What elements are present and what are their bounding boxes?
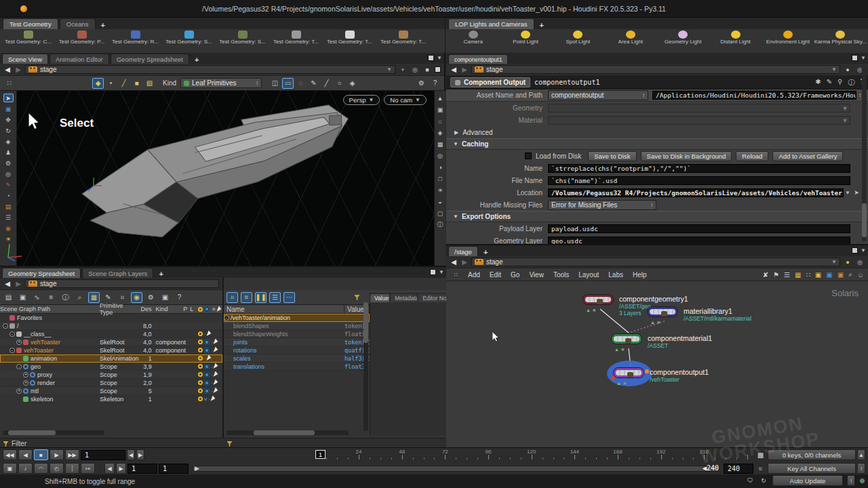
grid-snap-icon[interactable]: ▦ [795, 271, 801, 279]
node-info-icon[interactable]: ⓘ [848, 78, 854, 87]
shelf-tool-test-geometry-c[interactable]: Test Geometry: C... [1, 30, 55, 45]
pane-add-tab[interactable]: + [191, 56, 203, 64]
pose-tool-icon[interactable]: ♟ [3, 148, 14, 157]
pane-maximize-icon[interactable] [428, 55, 434, 61]
caching-section-header[interactable]: ▼Caching [446, 138, 868, 150]
spreadsheet-filter-funnel-icon[interactable] [354, 295, 360, 300]
net-back-icon[interactable]: ◀ [450, 258, 458, 266]
frame-ruler[interactable]: 1 24487296120144168192216 [317, 449, 751, 461]
network-path-field[interactable]: stage ▼ [471, 258, 840, 266]
lighting-icon[interactable]: ☀ [435, 186, 446, 195]
tick-display-button[interactable]: ┆ [65, 463, 79, 474]
tree-row-animation[interactable]: animationSkelAnimation1· [0, 354, 222, 363]
advanced-row[interactable]: ▶Advanced [446, 126, 868, 138]
menu-layout[interactable]: Layout [574, 270, 604, 280]
shadows-icon[interactable]: ◒ [435, 197, 446, 206]
save-to-disk-button[interactable]: Save to Disk [588, 151, 636, 161]
sliders-icon[interactable]: ≡ [45, 292, 57, 303]
tree-row-proxy[interactable]: +proxyScope1,9· [0, 371, 222, 379]
camera-icon[interactable]: ▣ [159, 292, 171, 303]
menu-add[interactable]: Add [463, 270, 485, 280]
params-forward-icon[interactable]: ▶ [460, 66, 469, 73]
file-chooser-icon[interactable]: ➤ [852, 188, 861, 197]
shelf-tool-test-geometry-t[interactable]: Test Geometry: T... [323, 30, 376, 45]
node-body[interactable] [583, 295, 613, 304]
shelf-tool-test-geometry-s[interactable]: Test Geometry: S... [216, 30, 269, 45]
shade-mode-icon[interactable]: ◑ [435, 163, 446, 171]
find-icon[interactable]: ⌕ [848, 270, 852, 279]
attr-name[interactable]: joints [233, 339, 248, 346]
home-view-icon[interactable]: ⌂ [435, 117, 446, 125]
tree-row-class[interactable]: -__class__4,0· [0, 330, 222, 338]
material-pick-icon[interactable]: ◈ [347, 78, 358, 89]
file-name-field[interactable]: `chs("name")`.usd [548, 176, 850, 185]
help-icon[interactable]: ? [174, 292, 185, 303]
loop-pick-icon[interactable]: ○ [334, 78, 345, 89]
aim-icon[interactable]: ◎ [410, 65, 420, 74]
node-name-field[interactable]: componentoutput1 [534, 79, 599, 86]
scene-view-path-field[interactable]: stage ▼ [25, 65, 395, 74]
realtime-button[interactable]: ◴ [50, 463, 64, 474]
motion-button[interactable]: ◠ [34, 463, 48, 474]
display-options-icon[interactable]: ⚙ [416, 78, 427, 89]
key-all-spinner[interactable]: ↕ [857, 463, 865, 474]
attr-row-blendshapes[interactable]: blendShapestoken[] [224, 322, 370, 330]
search-params-icon[interactable]: ⚲ [837, 78, 842, 87]
spreadsheet-hscrollbar[interactable] [226, 430, 349, 435]
select-instances-icon[interactable]: ▧ [144, 78, 155, 89]
pane-maximize-icon[interactable] [852, 55, 858, 61]
select-prims-icon[interactable]: ◆ [92, 78, 104, 89]
menu-tools[interactable]: Tools [549, 270, 574, 280]
payload-layer-field[interactable]: payload.usdc [548, 224, 850, 233]
visibility-icon[interactable] [204, 364, 210, 369]
visibility-icon[interactable] [204, 348, 210, 353]
secure-selection-icon[interactable]: ▣ [3, 104, 14, 113]
cook-toggle-icon[interactable]: ▦ [88, 292, 100, 303]
header-cursor-icon[interactable] [217, 306, 222, 312]
range-end-button[interactable]: ▶ [116, 463, 126, 474]
visibility-icon[interactable] [204, 340, 210, 345]
handles-tool-icon[interactable]: ⚙ [3, 159, 14, 167]
pane-maximize-icon[interactable] [430, 269, 436, 275]
select-cursor-icon[interactable] [214, 379, 219, 386]
activation-icon[interactable] [198, 372, 203, 377]
collapse-icon[interactable]: - [3, 323, 8, 329]
location-dropdown-icon[interactable]: ▼ [845, 190, 850, 196]
collapse-icon[interactable]: - [16, 364, 22, 369]
render-region-icon[interactable]: ▤ [3, 202, 14, 211]
sticky-note-icon[interactable]: ▣ [815, 271, 821, 279]
refresh-icon[interactable]: ↻ [759, 476, 768, 485]
shade-icon[interactable]: ▣ [837, 271, 844, 279]
net-grip-icon[interactable]: ∷ [450, 269, 462, 280]
range-slider[interactable]: ▶ ◀240 [193, 466, 719, 472]
attr-row-rotations[interactable]: rotationsquatf[15 [224, 346, 370, 354]
shelf-tool-environment-light[interactable]: Environment Light [762, 30, 814, 45]
select-cursor-icon[interactable] [214, 363, 219, 369]
box-pick-icon[interactable]: ▭ [282, 78, 294, 89]
paint-tool-icon[interactable]: ✎ [3, 180, 14, 189]
brush-icon[interactable]: ✎ [827, 78, 832, 87]
crop-view-icon[interactable]: ▢ [435, 209, 446, 218]
expand-view-icon[interactable]: ▲ [435, 94, 446, 102]
flipbook-icon[interactable]: ☰ [3, 213, 14, 222]
pane-tab-geometry-spreadsheet[interactable]: Geometry Spreadsheet [2, 268, 81, 278]
shelf-tab-oceans[interactable]: Oceans [60, 18, 96, 29]
keys-expand-button[interactable]: ▲ [857, 449, 865, 460]
shelf-tool-geometry-light[interactable]: Geometry Light [657, 30, 709, 45]
collapse-icon[interactable]: - [9, 331, 15, 337]
audio-button[interactable]: ♪ [18, 463, 33, 474]
jump-end-button[interactable]: ▶▶ [65, 449, 79, 460]
keyframe-colors-icon[interactable]: ▩ [755, 449, 766, 460]
path-dropdown-icon[interactable]: ▼ [387, 66, 392, 73]
pane-menu-icon[interactable]: ▼ [861, 55, 866, 61]
tree-row-mtl[interactable]: +mtlScope5· [0, 387, 222, 395]
auto-update-spinner[interactable]: ↕ [847, 475, 855, 486]
select-cursor-icon[interactable] [207, 354, 212, 361]
pin-icon[interactable]: + [398, 65, 408, 74]
prims-display-icon[interactable]: ▤ [3, 292, 14, 303]
camera-button[interactable]: No cam▼ [384, 95, 427, 105]
shelf-tool-test-geometry-t[interactable]: Test Geometry: T... [376, 30, 430, 45]
shelf-tab-test-geometry[interactable]: Test Geometry [3, 18, 58, 29]
export-options-header[interactable]: ▼Export Options [446, 211, 868, 222]
col-l[interactable]: L [190, 306, 197, 312]
